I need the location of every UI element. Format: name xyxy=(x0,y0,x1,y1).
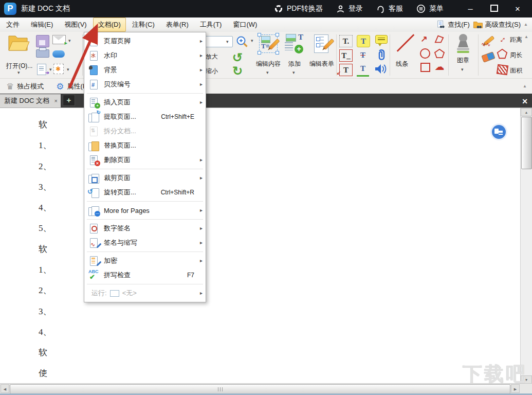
sticky-note-icon[interactable] xyxy=(375,35,388,44)
pdf-converter-button[interactable]: PDF转换器 xyxy=(274,4,323,13)
menu-item-rotate-pages[interactable]: 旋转页面... Ctrl+Shift+R xyxy=(84,185,206,200)
menu-comment[interactable]: 注释(C) xyxy=(127,17,160,32)
add-dropdown-icon[interactable] xyxy=(292,70,295,75)
pdf-converter-icon xyxy=(274,4,283,13)
run-target-box xyxy=(110,290,119,297)
menu-item-delete-pages[interactable]: 删除页面 xyxy=(84,153,206,167)
maximize-button[interactable] xyxy=(490,5,498,13)
perimeter-tool-button[interactable]: 周长 xyxy=(497,48,528,62)
stamp-button[interactable]: 图章 xyxy=(451,33,475,65)
menu-item-replace-pages[interactable]: 替换页面... xyxy=(84,138,206,153)
menu-file[interactable]: 文件 xyxy=(1,17,25,32)
underline-text-icon[interactable]: T xyxy=(357,64,369,77)
arrow-shape-icon[interactable] xyxy=(418,34,430,44)
menu-item-insert-pages[interactable]: 插入页面 xyxy=(84,95,206,110)
rotate-right-icon[interactable] xyxy=(232,65,243,77)
scroll-left-button[interactable] xyxy=(1,384,9,393)
new-tab-button[interactable] xyxy=(63,95,75,106)
collapse-row2-icon[interactable] xyxy=(523,84,527,88)
menu-document[interactable]: 文档(D) xyxy=(93,17,126,32)
export-dropdown-icon[interactable] xyxy=(49,67,52,72)
convert-floating-badge-icon[interactable] xyxy=(492,125,506,139)
eraser-tool-button[interactable] xyxy=(482,53,496,64)
open-dropdown-icon[interactable] xyxy=(17,70,20,75)
snapshot-dropdown-icon[interactable] xyxy=(67,67,69,72)
save-icon[interactable] xyxy=(36,35,49,47)
sound-icon[interactable] xyxy=(374,63,388,75)
scroll-up-button[interactable] xyxy=(521,108,532,116)
find-button[interactable]: 查找(F) xyxy=(436,20,470,29)
vertical-scroll-thumb[interactable] xyxy=(521,117,532,169)
email-dropdown-icon[interactable] xyxy=(68,38,71,43)
snapshot-icon[interactable] xyxy=(53,64,64,74)
zoom-out-label[interactable]: 缩小 xyxy=(206,67,218,76)
text-callout-icon[interactable]: T xyxy=(339,64,353,76)
scan-icon[interactable] xyxy=(52,50,65,58)
menu-item-spell-check[interactable]: 拼写检查 F7 xyxy=(84,268,206,282)
email-icon[interactable] xyxy=(52,35,66,44)
edit-content-button[interactable]: T≡ 编辑内容 xyxy=(254,34,283,68)
menu-button[interactable]: 菜单 xyxy=(416,4,444,13)
polyline-shape-icon[interactable] xyxy=(434,34,445,44)
highlight-text-icon[interactable]: T xyxy=(357,35,370,47)
rotate-pages-icon xyxy=(88,187,100,198)
attachment-icon[interactable] xyxy=(376,49,387,61)
rotate-left-icon[interactable] xyxy=(232,51,243,64)
zoom-combo-dropdown-icon[interactable] xyxy=(226,39,229,44)
menu-item-encrypt[interactable]: 加密 xyxy=(84,254,206,268)
collapse-menubar-icon[interactable] xyxy=(524,23,528,27)
document-page[interactable]: 软 1、 2、 3、 4、 5、 软 1、 2、 3、 4、 软 使 下载吧 w… xyxy=(0,107,532,384)
magnifier-plus-icon[interactable] xyxy=(235,35,249,48)
circle-shape-icon[interactable] xyxy=(419,48,431,59)
tab-close-icon[interactable] xyxy=(54,98,58,104)
export-doc-icon[interactable] xyxy=(37,64,46,75)
pencil-tool-button[interactable]: ∿∿ xyxy=(482,35,496,48)
close-button[interactable] xyxy=(513,5,522,13)
vertical-scrollbar[interactable] xyxy=(520,108,532,384)
text-box-icon[interactable]: T_ xyxy=(339,49,353,62)
text-select-icon[interactable]: T. xyxy=(339,35,353,47)
menu-item-crop-pages[interactable]: 裁剪页面 xyxy=(84,171,206,185)
distance-icon xyxy=(495,32,508,46)
menu-item-more-for-pages[interactable]: More for Pages xyxy=(84,203,206,218)
square-shape-icon[interactable] xyxy=(419,63,431,73)
menu-tools[interactable]: 工具(T) xyxy=(195,17,227,32)
menu-form[interactable]: 表单(R) xyxy=(161,17,194,32)
hamburger-menu-icon xyxy=(416,4,426,13)
menu-item-background[interactable]: 背景 xyxy=(84,63,206,77)
menu-item-watermark[interactable]: 水印 xyxy=(84,48,206,63)
scroll-right-button[interactable] xyxy=(511,384,520,393)
pentagon-shape-icon[interactable] xyxy=(434,48,445,59)
tab-active-document[interactable]: 新建 DOC 文档 xyxy=(0,94,61,107)
add-button[interactable]: T 添加 xyxy=(284,34,305,68)
menu-view[interactable]: 视图(V) xyxy=(59,17,91,32)
menu-item-digital-signature[interactable]: 数字签名 xyxy=(84,221,206,236)
stamp-dropdown-icon[interactable] xyxy=(461,67,464,72)
exclusive-mode-button[interactable]: 独占模式 xyxy=(6,81,44,92)
minimize-button[interactable] xyxy=(466,5,474,13)
horizontal-scrollbar[interactable] xyxy=(0,383,532,394)
zoom-in-label[interactable]: 放大 xyxy=(206,52,218,61)
menu-item-bates-numbering[interactable]: 贝茨编号 xyxy=(84,77,206,92)
menu-edit[interactable]: 编辑(E) xyxy=(26,17,58,32)
menu-item-header-footer[interactable]: 页眉页脚 xyxy=(84,34,206,48)
close-all-tabs-button[interactable] xyxy=(522,97,528,105)
open-button[interactable]: 打开(O)... xyxy=(5,33,32,55)
edit-form-button[interactable]: 编辑表单 xyxy=(307,34,336,68)
print-icon[interactable] xyxy=(36,49,49,58)
stamp-icon xyxy=(453,33,473,55)
distance-tool-button[interactable]: 距离 xyxy=(497,33,528,46)
horizontal-scroll-thumb[interactable] xyxy=(10,384,510,394)
strikethrough-text-icon[interactable]: T xyxy=(357,49,369,61)
cloud-shape-icon[interactable] xyxy=(434,62,445,72)
edit-content-dropdown-icon[interactable] xyxy=(266,70,269,75)
area-tool-button[interactable]: 面积 xyxy=(497,64,528,77)
login-button[interactable]: 登录 xyxy=(336,4,363,13)
menu-item-sign-initials[interactable]: ∿ 签名与缩写 xyxy=(84,236,206,250)
customer-service-button[interactable]: 客服 xyxy=(376,4,403,13)
menu-window[interactable]: 窗口(W) xyxy=(228,17,262,32)
magnifier-dropdown-icon[interactable] xyxy=(251,38,253,43)
collapse-toolbar-icon[interactable] xyxy=(524,35,528,39)
menu-item-extract-pages[interactable]: 提取页面... Ctrl+Shift+E xyxy=(84,110,206,124)
advanced-find-button[interactable]: 高级查找(S) xyxy=(473,20,521,29)
